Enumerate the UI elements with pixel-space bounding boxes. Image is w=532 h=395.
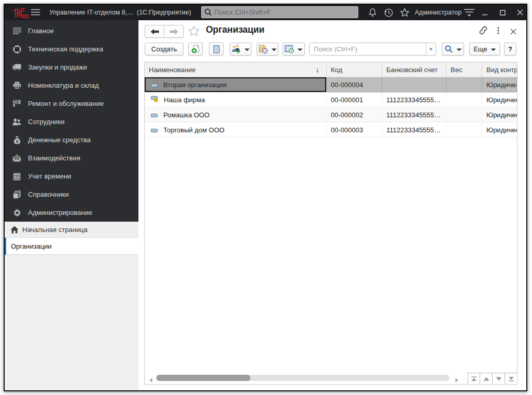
help-button[interactable]: ? [504,43,516,56]
search-icon [204,8,212,16]
table-row[interactable]: Наша фирма 00-000001 1112233345555… Юрид… [145,92,517,107]
home-page-item[interactable]: Начальная страница [5,222,138,238]
table-row[interactable]: Вторая организация 00-000004 Юридическое… [145,77,517,92]
table-row[interactable]: Торговый дом ООО 00-000003 1112233345555… [145,122,517,138]
settings-tune-icon[interactable] [463,5,475,20]
home-icon [10,226,19,234]
sort-desc-icon: ↓ [316,65,320,74]
close-window-button[interactable] [513,5,527,20]
list-search-input[interactable] [310,43,426,55]
back-button[interactable] [145,25,164,37]
go-down-button[interactable] [493,373,505,385]
svg-text:7: 7 [16,175,18,179]
lifebuoy-icon [12,45,21,53]
app-window: Управление IT-отделом 8,…(1С:Предприятие… [4,4,527,391]
current-user[interactable]: Администратор [415,5,461,20]
list-search-box: × [309,43,436,56]
organization-icon [151,126,158,134]
create-button[interactable]: Создать [145,43,184,56]
sidebar-item-timesheet[interactable]: 7 Учет времени [5,167,138,185]
more-menu-dots-icon[interactable] [497,27,499,36]
dropdown-arrow-icon [244,45,250,53]
lines-icon [12,26,21,35]
horizontal-scrollbar-thumb[interactable] [157,375,250,381]
create-group-button[interactable] [188,43,203,56]
1c-logo-icon [12,7,30,20]
horizontal-scroll-area [145,372,517,384]
forward-button[interactable] [164,25,183,37]
list-navigation-buttons [468,373,517,385]
flag-icon [12,99,21,108]
window-body: Главное Техническая поддержка [5,20,526,390]
close-tab-icon[interactable] [510,28,516,37]
list-settings-button[interactable] [283,43,305,56]
dropdown-arrow-icon [297,45,303,53]
window-title-suffix: (1С:Предприятие) [137,9,191,16]
horizontal-scrollbar-track[interactable] [156,375,450,381]
dropdown-arrow-icon [456,45,462,53]
organization-icon [151,81,158,89]
sidebar-item-purchases[interactable]: Закупки и продажи [5,58,138,76]
favorite-star-icon[interactable] [188,25,200,38]
titlebar: Управление IT-отделом 8,…(1С:Предприятие… [5,5,526,20]
maximize-button[interactable] [496,5,509,20]
mail-icon [12,154,21,162]
minimize-button[interactable] [478,5,492,20]
column-header-name[interactable]: Наименование ↓ [145,62,327,77]
sidebar-item-support[interactable]: Техническая поддержка [5,40,138,58]
scroll-right-icon[interactable] [455,375,458,385]
global-search-input[interactable] [214,8,358,16]
truck-icon [12,63,21,72]
go-up-button[interactable] [480,373,493,385]
sidebar-item-money[interactable]: $ Денежные средства [5,131,138,149]
main-area: Организации Создать [138,20,526,390]
sidebar-item-inventory[interactable]: Номенклатура и склад [5,76,138,94]
go-last-button[interactable] [505,373,517,385]
column-header-type[interactable]: Вид контрагента [482,62,517,77]
get-link-icon[interactable] [479,26,488,37]
global-search-box[interactable] [201,6,358,18]
more-actions-button[interactable]: Еще [469,43,500,56]
list-view-button[interactable] [209,43,223,56]
sidebar-item-employees[interactable]: Сотрудники [5,113,138,131]
sidebar-item-catalogs[interactable]: Справочники [5,185,138,203]
sidebar-item-interactions[interactable]: Взаимодействия [5,149,138,167]
calendar-icon: 7 [12,172,21,181]
go-first-button[interactable] [468,373,480,385]
notifications-bell-icon[interactable] [366,5,379,20]
window-title: Управление IT-отделом 8,…(1С:Предприятие… [49,5,191,20]
favorites-star-icon[interactable] [398,5,411,20]
sidebar-item-administration[interactable]: Администрирование [5,203,138,222]
page-title: Организации [206,24,264,35]
svg-text:$: $ [16,139,18,144]
table-header-row: Наименование ↓ Код Банковский счет Вес В… [145,62,517,77]
sections-panel: Главное Техническая поддержка [5,20,138,390]
dropdown-arrow-icon [491,45,496,53]
people-icon [12,117,21,126]
list-toolbar: Создать [138,43,526,56]
gear-icon [12,208,21,217]
books-icon [12,190,21,199]
sections-list: Главное Техническая поддержка [5,20,138,222]
column-header-code[interactable]: Код [327,62,382,77]
sidebar-empty-area [5,255,138,390]
main-organization-icon [151,96,158,104]
money-icon: $ [12,135,21,144]
open-tab-organizations[interactable]: Организации [5,238,138,255]
history-icon[interactable] [382,5,395,20]
responsible-person-button[interactable] [230,43,251,56]
document-settings-button[interactable] [257,43,278,56]
column-header-weight[interactable]: Вес [446,62,482,77]
table-row[interactable]: Ромашка ООО 00-000002 1112233345555… Юри… [145,107,517,122]
clear-search-button[interactable]: × [426,43,436,55]
advanced-search-button[interactable] [442,43,464,56]
sidebar-item-main[interactable]: Главное [5,22,138,40]
sidebar-item-maintenance[interactable]: Ремонт и обслуживание [5,94,138,113]
history-nav-buttons [145,25,184,38]
column-header-bank[interactable]: Банковский счет [382,62,446,77]
dropdown-arrow-icon [271,45,277,53]
main-menu-icon[interactable] [31,9,40,17]
printer-icon [12,81,21,90]
organizations-table: Наименование ↓ Код Банковский счет Вес В… [144,62,517,385]
scroll-left-icon[interactable] [149,375,152,385]
